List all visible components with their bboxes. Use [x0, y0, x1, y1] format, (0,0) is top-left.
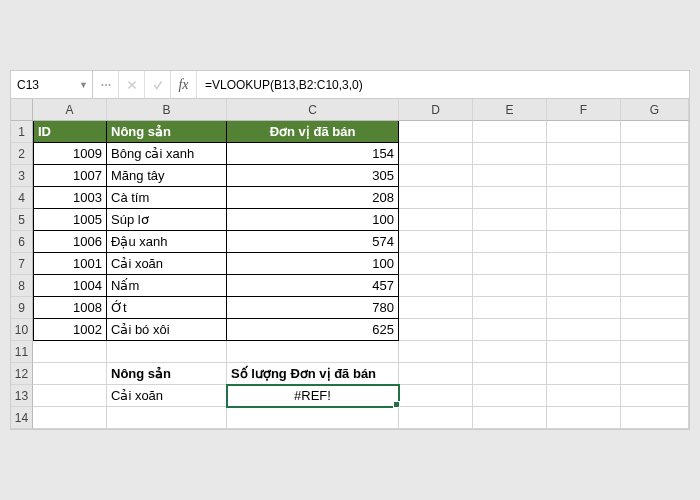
cell[interactable] — [621, 341, 689, 363]
cell[interactable]: 625 — [227, 319, 399, 341]
cell[interactable] — [107, 341, 227, 363]
cell[interactable] — [547, 275, 621, 297]
cell[interactable] — [621, 209, 689, 231]
column-header[interactable]: F — [547, 99, 621, 121]
cell[interactable] — [399, 231, 473, 253]
cell[interactable] — [399, 143, 473, 165]
expand-icon[interactable] — [93, 71, 119, 98]
row-header[interactable]: 14 — [11, 407, 33, 429]
cell[interactable] — [621, 363, 689, 385]
column-header[interactable]: E — [473, 99, 547, 121]
cell[interactable]: Nấm — [107, 275, 227, 297]
chevron-down-icon[interactable]: ▼ — [79, 80, 88, 90]
cell[interactable]: Bông cải xanh — [107, 143, 227, 165]
cell[interactable] — [547, 253, 621, 275]
cell[interactable] — [473, 209, 547, 231]
cell[interactable]: 100 — [227, 209, 399, 231]
cell[interactable]: 305 — [227, 165, 399, 187]
cell[interactable] — [547, 121, 621, 143]
cell[interactable] — [399, 297, 473, 319]
cell[interactable]: Cà tím — [107, 187, 227, 209]
cell[interactable]: 1002 — [33, 319, 107, 341]
cell[interactable]: Cải xoăn — [107, 253, 227, 275]
cell[interactable]: 457 — [227, 275, 399, 297]
select-all-corner[interactable] — [11, 99, 33, 121]
row-header[interactable]: 3 — [11, 165, 33, 187]
cell[interactable] — [547, 209, 621, 231]
cell[interactable] — [473, 187, 547, 209]
cell-lookup-label[interactable]: Số lượng Đơn vị đã bán — [227, 363, 399, 385]
cell[interactable]: 1001 — [33, 253, 107, 275]
cell[interactable]: 100 — [227, 253, 399, 275]
name-box[interactable]: C13 ▼ — [11, 71, 93, 98]
cell[interactable] — [547, 407, 621, 429]
column-header[interactable]: A — [33, 99, 107, 121]
cell[interactable] — [547, 363, 621, 385]
cell[interactable] — [33, 341, 107, 363]
cell[interactable] — [33, 407, 107, 429]
cell[interactable] — [547, 385, 621, 407]
cell[interactable] — [621, 165, 689, 187]
cell[interactable]: 1004 — [33, 275, 107, 297]
cell[interactable]: 1008 — [33, 297, 107, 319]
cell[interactable] — [473, 363, 547, 385]
row-header[interactable]: 13 — [11, 385, 33, 407]
cell[interactable] — [33, 363, 107, 385]
cell[interactable]: 154 — [227, 143, 399, 165]
cell[interactable] — [473, 143, 547, 165]
cell[interactable] — [547, 319, 621, 341]
cell[interactable] — [547, 297, 621, 319]
cell[interactable] — [473, 385, 547, 407]
cell[interactable] — [547, 143, 621, 165]
cell[interactable] — [547, 187, 621, 209]
cell[interactable] — [473, 297, 547, 319]
cell[interactable] — [473, 121, 547, 143]
row-header[interactable]: 7 — [11, 253, 33, 275]
cancel-icon[interactable] — [119, 71, 145, 98]
cell[interactable] — [33, 385, 107, 407]
spreadsheet-grid[interactable]: A B C D E F G 1 ID Nông sản Đơn vị đã bá… — [11, 99, 689, 429]
cell[interactable]: 1009 — [33, 143, 107, 165]
cell[interactable] — [227, 341, 399, 363]
cell-lookup-label[interactable]: Nông sản — [107, 363, 227, 385]
cell[interactable]: 1005 — [33, 209, 107, 231]
cell[interactable]: 1003 — [33, 187, 107, 209]
cell[interactable] — [399, 275, 473, 297]
cell[interactable] — [473, 275, 547, 297]
cell[interactable] — [227, 407, 399, 429]
cell[interactable] — [473, 231, 547, 253]
cell[interactable] — [399, 341, 473, 363]
cell[interactable] — [399, 319, 473, 341]
cell[interactable] — [473, 407, 547, 429]
cell[interactable] — [621, 385, 689, 407]
cell-lookup-value[interactable]: Cải xoăn — [107, 385, 227, 407]
column-header[interactable]: C — [227, 99, 399, 121]
cell[interactable] — [399, 253, 473, 275]
enter-icon[interactable] — [145, 71, 171, 98]
cell[interactable] — [621, 143, 689, 165]
cell[interactable] — [621, 231, 689, 253]
cell[interactable] — [621, 187, 689, 209]
cell[interactable] — [621, 253, 689, 275]
row-header[interactable]: 11 — [11, 341, 33, 363]
row-header[interactable]: 4 — [11, 187, 33, 209]
cell[interactable] — [399, 407, 473, 429]
cell[interactable] — [473, 165, 547, 187]
cell[interactable]: Súp lơ — [107, 209, 227, 231]
cell[interactable]: 780 — [227, 297, 399, 319]
row-header[interactable]: 5 — [11, 209, 33, 231]
cell[interactable] — [621, 297, 689, 319]
cell[interactable]: 1007 — [33, 165, 107, 187]
row-header[interactable]: 9 — [11, 297, 33, 319]
row-header[interactable]: 8 — [11, 275, 33, 297]
cell-header-units[interactable]: Đơn vị đã bán — [227, 121, 399, 143]
cell-selected-C13[interactable]: #REF! — [227, 385, 399, 407]
cell[interactable]: Ớt — [107, 297, 227, 319]
column-header[interactable]: D — [399, 99, 473, 121]
cell[interactable] — [399, 165, 473, 187]
cell[interactable]: 574 — [227, 231, 399, 253]
cell[interactable] — [547, 165, 621, 187]
row-header[interactable]: 1 — [11, 121, 33, 143]
formula-input[interactable]: =VLOOKUP(B13,B2:C10,3,0) — [197, 71, 689, 98]
cell[interactable] — [473, 253, 547, 275]
